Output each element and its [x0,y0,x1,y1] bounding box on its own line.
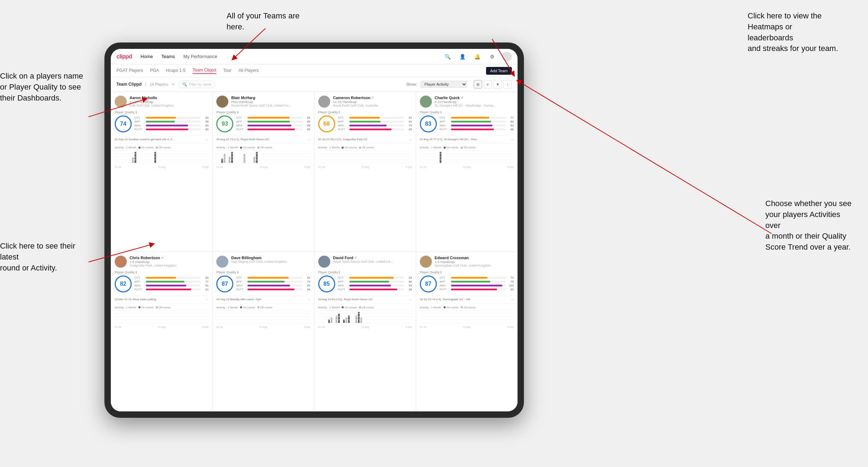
sub-nav-tour[interactable]: Tour [223,68,232,74]
sub-nav-team-clippd[interactable]: Team Clippd [193,68,216,74]
quality-label: Player Quality ℹ [318,270,412,274]
activity-arrow[interactable]: → [409,137,412,141]
list-view-button[interactable]: ≡ [484,80,492,89]
score-circle[interactable]: 74 [115,115,132,132]
quality-section[interactable]: 93 OTT 84 APP 85 [216,115,310,132]
latest-activity[interactable]: 26 Aug 23 73 (+1), Royal North Devon GC … [216,135,310,141]
nav-my-performance[interactable]: My Performance [183,54,217,59]
score-circle[interactable]: 93 [216,115,233,132]
activity-arrow[interactable]: → [205,137,209,141]
stat-label: PUTT [135,128,144,131]
player-card[interactable]: Edward Crossman 1-5 Handicap Sunningdale… [416,252,518,412]
sub-nav-pga[interactable]: PGA [150,68,159,74]
search-icon[interactable]: 🔍 [442,52,452,62]
sub-nav-all-players[interactable]: All Players [239,68,259,74]
stat-bar-bg [146,277,201,279]
player-name[interactable]: Charlie Quick✓ [435,96,514,100]
quality-section[interactable]: 74 OTT 60 APP 58 [115,115,209,132]
stat-row-app: APP 77 [135,280,209,283]
player-avatar [216,256,228,268]
filter-button[interactable]: ▼ [493,80,502,89]
search-box[interactable]: 🔍 Filter by name [178,81,215,88]
player-name[interactable]: Chris Robertson✓ [130,256,209,260]
score-circle[interactable]: 68 [318,115,335,132]
latest-activity[interactable]: 02 Jul 23 59 (+17), Craigmillar Park GC … [318,135,412,141]
player-name[interactable]: Edward Crossman [435,256,514,260]
chart-header: Activity · 1 Month On course Off course [216,306,310,309]
player-name[interactable]: Dave Billingham [231,256,310,260]
score-circle[interactable]: 83 [420,115,437,132]
stat-label: PUTT [440,288,450,291]
activity-arrow[interactable]: → [409,297,412,301]
latest-activity[interactable]: 26 Aug 23 84 (+12), Royal North Devon GC… [318,295,412,301]
chart-grid [318,311,412,323]
quality-section[interactable]: 68 OTT 61 APP 63 [318,115,412,132]
stat-label: ARG [135,124,144,127]
quality-section[interactable]: 82 OTT 60 APP 77 [115,275,209,292]
stat-row-ott: OTT 73 [440,276,514,279]
chart-bar [244,154,245,163]
latest-activity[interactable]: 04 Sep 23 Mobility with coach, Gym → [216,295,310,301]
player-card[interactable]: Dave Billingham Sag Maging Golf Club, Un… [212,252,314,412]
stat-label: APP [440,280,450,283]
on-course-label: On course [446,306,459,309]
player-name[interactable]: Cameron Robertson✓ [333,96,412,100]
nav-home[interactable]: Home [141,54,153,59]
show-select[interactable]: Player Activity Quality Score Trend [421,81,467,88]
quality-section[interactable]: 83 OTT 77 APP 80 [420,115,514,132]
grid-line [216,323,310,323]
latest-activity[interactable]: 03 Mar 23 19, Must make putting → [115,295,209,301]
quality-label: Player Quality ℹ [420,110,514,114]
stat-label: PUTT [338,288,348,291]
activity-arrow[interactable]: → [307,137,310,141]
on-course-dot [444,306,446,308]
player-name[interactable]: Blair McHarg [231,96,310,100]
player-card[interactable]: Aaron Nicholls 11-15 Handicap Drift Golf… [111,92,212,252]
stat-bar-fill [349,125,387,126]
activity-arrow[interactable]: → [510,137,514,141]
score-circle[interactable]: 87 [420,275,437,292]
score-circle[interactable]: 85 [318,275,335,292]
activity-arrow[interactable]: → [205,297,209,301]
stat-value: 58 [202,120,209,123]
quality-section[interactable]: 87 OTT 73 APP 79 [420,275,514,292]
player-card[interactable]: Chris Robertson✓ 1-5 Handicap Craigmilla… [111,252,212,412]
legend-on-course: On course [444,306,459,309]
latest-activity[interactable]: 18 Jul 23 74 (+4), Sunningdale GC - Old … [420,295,514,301]
activity-arrow[interactable]: → [307,297,310,301]
settings-icon[interactable]: ⚙ [487,52,497,62]
nav-teams[interactable]: Teams [161,54,175,59]
user-avatar[interactable] [502,52,512,62]
score-circle[interactable]: 87 [216,275,233,292]
activity-arrow[interactable]: → [510,297,514,301]
stat-bar-bg [146,289,201,290]
stat-row-arg: ARG 103 [440,284,514,287]
latest-activity[interactable]: 02 Sep 23 Sundew round to get back into … [115,135,209,141]
sort-button[interactable]: ↕ [503,80,512,89]
sub-nav-hcaps[interactable]: Hcaps 1-5 [166,68,185,74]
x-label-start: 31 Jul [318,326,325,328]
stat-bar-fill [451,117,490,119]
player-name[interactable]: David Ford✓ [333,256,412,260]
annotation-teams: All of your Teams are here. [227,11,319,33]
latest-activity[interactable]: 07 Aug 23 77 (+7), St George's Hill GC -… [420,135,514,141]
add-team-button[interactable]: Add Team [486,67,512,75]
grid-line [216,157,310,157]
grid-line [216,320,310,320]
profile-icon[interactable]: 👤 [457,52,467,62]
player-card[interactable]: David Ford✓ Royal North Devon Golf Club,… [314,252,416,412]
player-name[interactable]: Aaron Nicholls [130,96,209,100]
edit-icon[interactable]: ✏ [172,82,175,87]
stats-bars: OTT 89 APP 80 ARG [338,276,412,292]
bell-icon[interactable]: 🔔 [472,52,482,62]
score-circle[interactable]: 82 [115,275,132,292]
grid-view-button[interactable]: ⊞ [474,80,482,89]
quality-section[interactable]: 85 OTT 89 APP 80 [318,275,412,292]
stat-row-ott: OTT 61 [338,116,412,119]
player-card[interactable]: Charlie Quick✓ 6-10 Handicap St. George'… [416,92,518,252]
sub-nav-pgat[interactable]: PGAT Players [116,68,143,74]
quality-section[interactable]: 87 OTT 82 APP 74 [216,275,310,292]
chart-bar [360,318,362,323]
player-card[interactable]: Blair McHarg Plus Handicap Royal North D… [212,92,314,252]
player-card[interactable]: Cameron Robertson✓ 11-15 Handicap Royal … [314,92,416,252]
